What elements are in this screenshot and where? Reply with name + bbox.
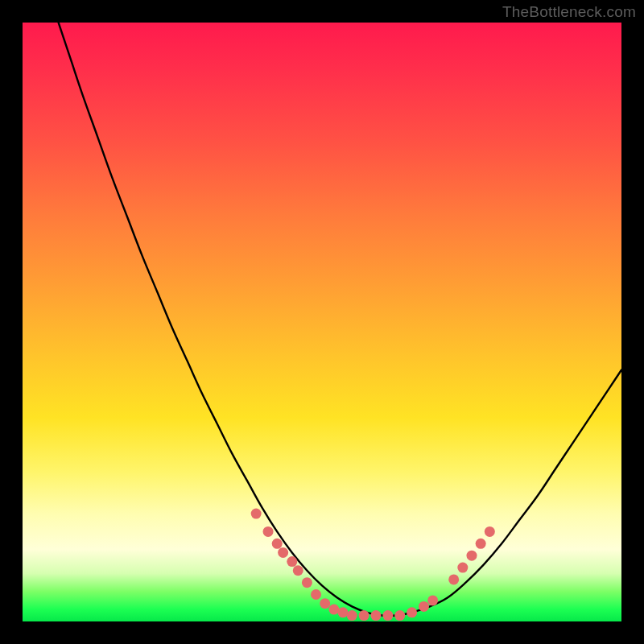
curve-marker <box>467 551 477 561</box>
curve-marker <box>407 607 417 617</box>
curve-marker <box>347 610 357 621</box>
curve-marker <box>427 595 438 605</box>
curve-marker <box>457 563 468 573</box>
curve-marker <box>278 547 288 558</box>
curve-marker <box>394 610 405 621</box>
curve-marker <box>272 539 283 549</box>
watermark-text: TheBottleneck.com <box>502 3 636 21</box>
curve-marker <box>263 526 274 537</box>
curve-marker <box>311 589 321 600</box>
curve-marker <box>448 574 459 584</box>
curve-marker <box>328 605 339 615</box>
curve-marker <box>251 509 262 519</box>
chart-frame: TheBottleneck.com <box>0 0 644 644</box>
curve-marker <box>302 577 312 588</box>
curve-markers <box>251 509 495 621</box>
bottleneck-curve <box>59 23 621 616</box>
curve-marker <box>485 526 495 537</box>
curve-marker <box>359 610 369 621</box>
curve-marker <box>382 610 393 621</box>
curve-marker <box>287 556 297 567</box>
curve-marker <box>338 607 349 617</box>
chart-plot-area <box>23 23 621 621</box>
curve-marker <box>476 539 486 549</box>
curve-marker <box>419 601 429 612</box>
curve-marker <box>293 565 303 576</box>
curve-marker <box>370 610 381 621</box>
chart-svg <box>23 23 621 621</box>
curve-marker <box>320 598 330 609</box>
